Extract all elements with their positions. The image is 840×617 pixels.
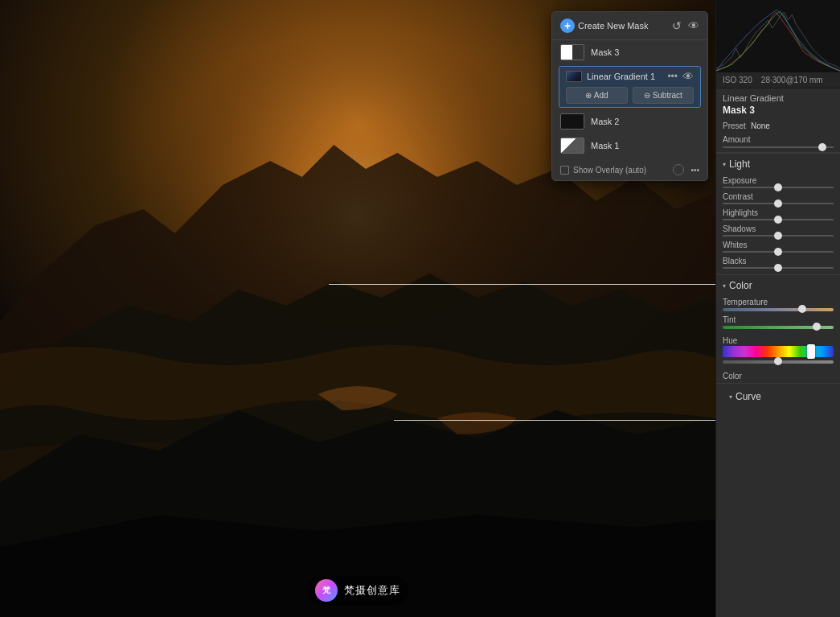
watermark: 梵 梵摄创意库 [307,576,408,605]
create-new-label: Create New Mask [578,21,648,31]
plus-icon: + [560,19,575,33]
hue-label: Hue [723,336,737,345]
preset-row: Preset None [716,119,840,133]
watermark-icon: 梵 [315,579,338,602]
add-label: Add [594,91,608,100]
mask3-thumbnail [560,44,584,60]
add-button[interactable]: ⊕ Add [566,87,628,104]
watermark-text: 梵摄创意库 [344,583,400,598]
exposure-row: Exposure [716,175,840,191]
color-section-label: Color [729,280,752,291]
mask3-header: Mask 3 [716,105,840,119]
hue-bottom-thumb[interactable] [774,357,782,365]
hue-slider[interactable] [723,346,834,357]
mask2-item[interactable]: Mask 2 [552,109,707,134]
temperature-slider[interactable] [723,308,834,311]
amount-slider-thumb[interactable] [818,143,826,151]
gradient-line-1 [329,284,715,285]
linear-gradient-header: Linear Gradient 1 ••• 👁 [566,70,694,83]
color-section-header[interactable]: ▾ Color [716,275,840,296]
watermark-icon-text: 梵 [322,585,330,596]
overlay-more-button[interactable]: ••• [690,166,699,175]
gradient-line-2 [394,420,716,421]
hue-bottom-slider[interactable] [723,360,834,364]
mask1-name: Mask 1 [591,141,619,150]
contrast-slider[interactable] [723,203,834,204]
hue-section: Hue [716,331,840,367]
show-overlay-text: Show Overlay (auto) [573,166,646,175]
blacks-slider[interactable] [723,267,834,269]
linear-gradient-name: Linear Gradient 1 [587,72,655,81]
more-options-button[interactable]: ••• [667,71,678,82]
tint-thumb[interactable] [813,323,821,331]
mask3-name: Mask 3 [591,47,619,57]
linear-gradient-label: Linear Gradient [716,88,840,105]
mask3-header-text: Mask 3 [723,105,755,116]
whites-row: Whites [716,239,840,255]
subtract-label: Subtract [653,91,682,100]
camera-settings-text: 28·300@170 mm [761,76,823,84]
temperature-label: Temperature [723,298,834,306]
contrast-row: Contrast [716,191,840,207]
temperature-row: Temperature [716,296,840,314]
contrast-thumb[interactable] [774,199,782,208]
camera-info: ISO 320 28·300@170 mm [716,72,840,88]
add-icon: ⊕ [585,91,592,100]
hue-thumb[interactable] [807,344,815,359]
mask1-item[interactable]: Mask 1 [552,134,707,158]
light-section-header[interactable]: ▾ Light [716,154,840,175]
amount-slider-track[interactable] [723,146,834,148]
mask2-thumbnail [560,113,584,130]
mask1-thumbnail [560,138,584,154]
mask-panel: + Create New Mask ↺ 👁 Mask 3 Linear Grad… [551,11,708,181]
subtract-button[interactable]: ⊖ Subtract [633,87,695,104]
add-subtract-row: ⊕ Add ⊖ Subtract [566,87,694,104]
linear-gradient-item: Linear Gradient 1 ••• 👁 ⊕ Add ⊖ Subtract [559,66,701,108]
photo-area: + Create New Mask ↺ 👁 Mask 3 Linear Grad… [0,0,715,617]
shadows-row: Shadows [716,223,840,239]
mask-panel-header: + Create New Mask ↺ 👁 [552,12,707,40]
light-chevron-icon: ▾ [723,161,726,168]
show-overlay-checkbox[interactable] [560,166,569,175]
preset-value: None [751,121,770,130]
shadows-slider[interactable] [723,235,834,237]
curve-section: ▾ Curve [716,383,840,409]
show-overlay-right: ••• [673,164,699,175]
tint-slider[interactable] [723,326,834,329]
linear-gradient-eye-button[interactable]: 👁 [682,70,694,83]
highlights-row: Highlights [716,207,840,223]
amount-row: Amount [716,133,840,153]
exposure-slider[interactable] [723,187,834,188]
overlay-dot-button[interactable] [673,164,684,175]
highlights-slider[interactable] [723,219,834,220]
show-overlay-left: Show Overlay (auto) [560,166,646,175]
amount-label: Amount [723,135,834,144]
eye-button[interactable]: 👁 [688,19,699,32]
right-panel: ISO 320 28·300@170 mm Linear Gradient Ma… [715,0,840,617]
shadows-thumb[interactable] [774,232,782,240]
color-chevron-icon: ▾ [723,282,726,290]
curve-section-header[interactable]: ▾ Curve [723,386,834,407]
highlights-thumb[interactable] [774,216,782,224]
undo-button[interactable]: ↺ [672,19,682,32]
mask3-item[interactable]: Mask 3 [552,40,707,64]
linear-gradient-icons: ••• 👁 [667,70,694,83]
curve-chevron-icon: ▾ [729,393,732,401]
exposure-thumb[interactable] [774,183,782,191]
whites-thumb[interactable] [774,248,782,256]
temperature-thumb[interactable] [798,305,806,313]
tint-row: Tint [716,314,840,331]
histogram-area [716,0,840,72]
histogram-svg [716,0,840,72]
whites-slider[interactable] [723,251,834,253]
color-label-row: Color [716,367,840,383]
light-section-label: Light [729,158,750,170]
create-new-mask-button[interactable]: + Create New Mask [560,19,648,33]
iso-text: ISO 320 [723,76,752,84]
blacks-thumb[interactable] [774,264,782,272]
mask2-name: Mask 2 [591,117,619,126]
show-overlay-row: Show Overlay (auto) ••• [552,158,707,180]
mask-panel-title-area: + Create New Mask [560,19,648,33]
linear-gradient-icon [566,71,582,82]
blacks-row: Blacks [716,255,840,271]
